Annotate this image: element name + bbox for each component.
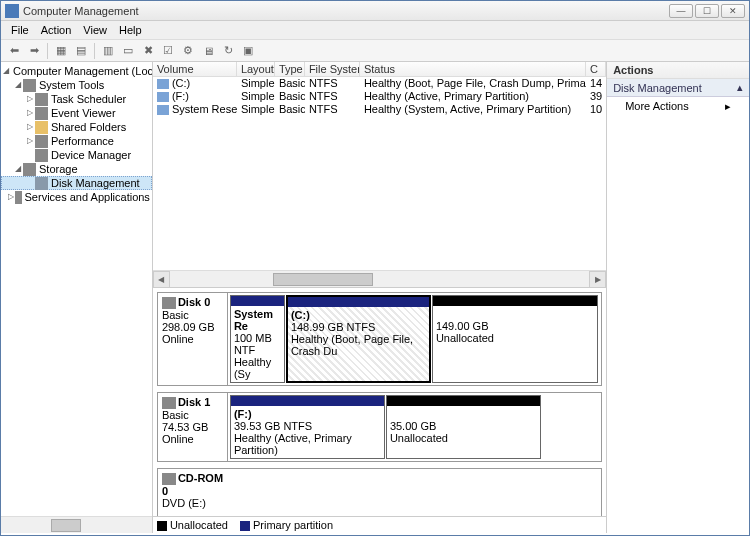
col-filesystem[interactable]: File System [305, 62, 360, 76]
refresh-icon[interactable]: ↻ [219, 42, 237, 60]
list-icon[interactable]: ▭ [119, 42, 137, 60]
partition-stripe [231, 396, 384, 406]
tree-performance[interactable]: ▷Performance [1, 134, 152, 148]
perf-icon [35, 135, 48, 148]
cdrom-icon [162, 473, 176, 485]
minimize-button[interactable]: — [669, 4, 693, 18]
volume-row[interactable]: (F:) Simple Basic NTFS Healthy (Active, … [153, 90, 606, 103]
tree-shared-folders[interactable]: ▷Shared Folders [1, 120, 152, 134]
computer-icon[interactable]: 🖥 [199, 42, 217, 60]
tree-label: Task Scheduler [51, 92, 126, 106]
collapse-icon[interactable]: ◢ [3, 67, 9, 76]
harddisk-icon [162, 297, 176, 309]
scrollbar-thumb[interactable] [51, 519, 81, 532]
actions-section-label: Disk Management [613, 82, 702, 94]
col-volume[interactable]: Volume [153, 62, 237, 76]
vol-cap: 14 [586, 77, 606, 90]
legend-primary: Primary partition [240, 519, 333, 531]
tree-device-manager[interactable]: Device Manager [1, 148, 152, 162]
part-name: System Re [234, 308, 273, 332]
drive-icon [157, 105, 169, 115]
partition-stripe [288, 297, 429, 307]
settings-icon[interactable]: ⚙ [179, 42, 197, 60]
partition-f[interactable]: (F:)39.53 GB NTFSHealthy (Active, Primar… [230, 395, 385, 459]
close-button[interactable]: ✕ [721, 4, 745, 18]
window-title: Computer Management [23, 5, 669, 17]
expand-icon[interactable]: ▷ [25, 95, 34, 104]
cdrom-row: CD-ROM 0 DVD (E:) No Media [157, 468, 602, 516]
scroll-left-icon[interactable]: ◀ [153, 271, 170, 288]
disk-state: Online [162, 333, 194, 345]
col-type[interactable]: Type [275, 62, 305, 76]
volume-row[interactable]: System Reserved Simple Basic NTFS Health… [153, 103, 606, 116]
partition-system-reserved[interactable]: System Re100 MB NTFHealthy (Sy [230, 295, 285, 383]
vol-fs: NTFS [305, 90, 360, 103]
expand-icon[interactable]: ▷ [8, 193, 14, 202]
menu-view[interactable]: View [77, 23, 113, 37]
tree-label: Storage [39, 162, 78, 176]
disk-0-info[interactable]: Disk 0 Basic 298.09 GB Online [158, 293, 228, 385]
scroll-right-icon[interactable]: ▶ [589, 271, 606, 288]
expand-icon[interactable]: ▷ [25, 123, 34, 132]
scrollbar-thumb[interactable] [273, 273, 373, 286]
services-icon [15, 191, 22, 204]
col-layout[interactable]: Layout [237, 62, 275, 76]
menubar: File Action View Help [1, 21, 749, 40]
vol-status: Healthy (System, Active, Primary Partiti… [360, 103, 586, 116]
disk-title: Disk 0 [178, 296, 210, 308]
part-size: 148.99 GB NTFS [291, 321, 375, 333]
properties-icon[interactable]: ▤ [72, 42, 90, 60]
menu-file[interactable]: File [5, 23, 35, 37]
checkbox-icon[interactable]: ☑ [159, 42, 177, 60]
maximize-button[interactable]: ☐ [695, 4, 719, 18]
vol-name: System Reserved [172, 103, 237, 115]
tree-label: Device Manager [51, 148, 131, 162]
tools-icon [23, 79, 36, 92]
back-icon[interactable]: ⬅ [5, 42, 23, 60]
disk-icon [35, 177, 48, 190]
collapse-icon[interactable]: ◢ [13, 165, 22, 174]
tree-disk-management[interactable]: Disk Management [1, 176, 152, 190]
volume-row[interactable]: (C:) Simple Basic NTFS Healthy (Boot, Pa… [153, 77, 606, 90]
show-hide-icon[interactable]: ▥ [99, 42, 117, 60]
col-status[interactable]: Status [360, 62, 586, 76]
col-capacity[interactable]: C [586, 62, 606, 76]
vol-fs: NTFS [305, 103, 360, 116]
collapse-icon[interactable]: ◢ [13, 81, 22, 90]
disk-graphical-panel: Disk 0 Basic 298.09 GB Online System Re1… [153, 287, 606, 516]
help-icon[interactable]: ▣ [239, 42, 257, 60]
expand-icon[interactable]: ▷ [25, 137, 34, 146]
expand-icon[interactable]: ▷ [25, 109, 34, 118]
partition-c[interactable]: (C:)148.99 GB NTFSHealthy (Boot, Page Fi… [286, 295, 431, 383]
actions-section[interactable]: Disk Management ▴ [607, 79, 749, 97]
partition-unallocated-0[interactable]: 149.00 GBUnallocated [432, 295, 598, 383]
tree-label: Disk Management [51, 176, 140, 190]
folder-icon [35, 121, 48, 134]
toolbar: ⬅ ➡ ▦ ▤ ▥ ▭ ✖ ☑ ⚙ 🖥 ↻ ▣ [1, 40, 749, 62]
forward-icon[interactable]: ➡ [25, 42, 43, 60]
tree-hscrollbar[interactable] [1, 516, 152, 533]
disk-1-info[interactable]: Disk 1 Basic 74.53 GB Online [158, 393, 228, 461]
tree-storage[interactable]: ◢Storage [1, 162, 152, 176]
partition-unallocated-1[interactable]: 35.00 GBUnallocated [386, 395, 541, 459]
menu-help[interactable]: Help [113, 23, 148, 37]
tree-system-tools[interactable]: ◢System Tools [1, 78, 152, 92]
tree-task-scheduler[interactable]: ▷Task Scheduler [1, 92, 152, 106]
part-size: 39.53 GB NTFS [234, 420, 312, 432]
tree-root[interactable]: ◢Computer Management (Local [1, 64, 152, 78]
center-panel: Volume Layout Type File System Status C … [153, 62, 607, 533]
tree-services[interactable]: ▷Services and Applications [1, 190, 152, 204]
disk-type: Basic [162, 409, 189, 421]
volume-hscrollbar[interactable]: ◀ ▶ [153, 270, 606, 287]
cdrom-info[interactable]: CD-ROM 0 DVD (E:) No Media [158, 469, 228, 516]
up-icon[interactable]: ▦ [52, 42, 70, 60]
tree-event-viewer[interactable]: ▷Event Viewer [1, 106, 152, 120]
drive-icon [157, 92, 169, 102]
app-icon [5, 4, 19, 18]
vol-name: (C:) [172, 77, 190, 89]
more-actions-item[interactable]: More Actions ▸ [607, 97, 749, 116]
menu-action[interactable]: Action [35, 23, 78, 37]
actions-panel: Actions Disk Management ▴ More Actions ▸ [607, 62, 749, 533]
part-size: 35.00 GB [390, 420, 436, 432]
delete-icon[interactable]: ✖ [139, 42, 157, 60]
